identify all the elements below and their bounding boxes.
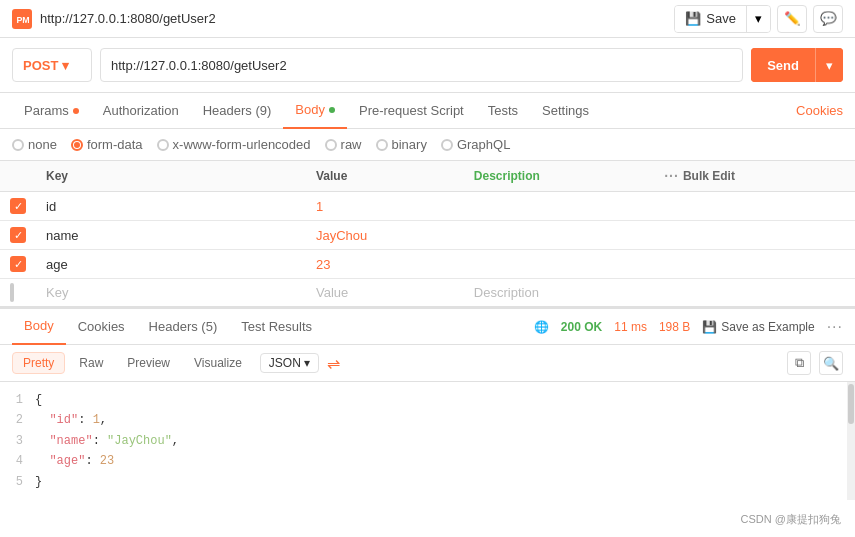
wrap-icon[interactable]: ⇌	[327, 354, 340, 373]
comment-icon-button[interactable]: 💬	[813, 5, 843, 33]
table-row-empty: Key Value Description	[0, 279, 855, 307]
save-button-group[interactable]: 💾 Save ▾	[674, 5, 771, 33]
body-type-graphql[interactable]: GraphQL	[441, 137, 510, 152]
tab-tests[interactable]: Tests	[476, 93, 530, 129]
radio-none[interactable]	[12, 139, 24, 151]
json-format-selector[interactable]: JSON ▾	[260, 353, 319, 373]
resp-tab-testresults[interactable]: Test Results	[229, 309, 324, 345]
bulk-edit-btn[interactable]: ··· Bulk Edit	[664, 168, 845, 184]
code-line-1: 1 {	[0, 390, 855, 410]
title-bar-left: PM http://127.0.0.1:8080/getUser2	[12, 9, 216, 29]
radio-graphql[interactable]	[441, 139, 453, 151]
save-dropdown[interactable]: ▾	[746, 6, 770, 32]
body-dot	[329, 107, 335, 113]
key-id[interactable]: id	[36, 192, 306, 221]
response-code-area: 1 { 2 "id": 1, 3 "name": "JayChou", 4 "a…	[0, 382, 855, 500]
body-type-raw[interactable]: raw	[325, 137, 362, 152]
send-button[interactable]: Send	[751, 48, 815, 82]
send-button-group[interactable]: Send ▾	[751, 48, 843, 82]
desc-id[interactable]	[464, 192, 654, 221]
value-age[interactable]: 23	[306, 250, 464, 279]
response-status-row: 🌐 200 OK 11 ms 198 B 💾 Save as Example ·…	[534, 318, 843, 336]
value-name[interactable]: JayChou	[306, 221, 464, 250]
code-line-3: 3 "name": "JayChou",	[0, 431, 855, 451]
fmt-tab-visualize[interactable]: Visualize	[184, 353, 252, 373]
status-code: 200 OK	[561, 320, 602, 334]
desc-name[interactable]	[464, 221, 654, 250]
tab-headers-label: Headers (9)	[203, 103, 272, 118]
save-label: Save	[706, 11, 736, 26]
fmt-tab-raw[interactable]: Raw	[69, 353, 113, 373]
col-value: Value	[306, 161, 464, 192]
svg-text:PM: PM	[16, 15, 29, 25]
bulk-dots-icon: ···	[664, 168, 679, 184]
value-placeholder[interactable]: Value	[306, 279, 464, 307]
checkbox-id[interactable]: ✓	[10, 198, 26, 214]
method-selector[interactable]: POST ▾	[12, 48, 92, 82]
cookies-link[interactable]: Cookies	[796, 103, 843, 118]
body-type-binary[interactable]: binary	[376, 137, 427, 152]
key-name[interactable]: name	[36, 221, 306, 250]
send-dropdown[interactable]: ▾	[815, 48, 843, 82]
checkbox-empty	[10, 283, 14, 302]
save-icon-small: 💾	[702, 320, 717, 334]
code-line-2: 2 "id": 1,	[0, 410, 855, 430]
method-chevron: ▾	[62, 58, 69, 73]
tab-params[interactable]: Params	[12, 93, 91, 129]
radio-urlencoded[interactable]	[157, 139, 169, 151]
vertical-scrollbar[interactable]	[847, 382, 855, 500]
desc-placeholder[interactable]: Description	[464, 279, 654, 307]
search-icon-button[interactable]: 🔍	[819, 351, 843, 375]
tab-prerequest-label: Pre-request Script	[359, 103, 464, 118]
tab-tests-label: Tests	[488, 103, 518, 118]
key-placeholder[interactable]: Key	[36, 279, 306, 307]
checkbox-age[interactable]: ✓	[10, 256, 26, 272]
code-line-5: 5 }	[0, 472, 855, 492]
save-example-btn[interactable]: 💾 Save as Example	[702, 320, 814, 334]
params-dot	[73, 108, 79, 114]
table-row: ✓ age 23	[0, 250, 855, 279]
fmt-tab-preview[interactable]: Preview	[117, 353, 180, 373]
scrollbar-thumb[interactable]	[848, 384, 854, 424]
resp-tab-cookies[interactable]: Cookies	[66, 309, 137, 345]
copy-icon-button[interactable]: ⧉	[787, 351, 811, 375]
right-action-icons: ⧉ 🔍	[787, 351, 843, 375]
method-label: POST	[23, 58, 58, 73]
radio-binary[interactable]	[376, 139, 388, 151]
desc-age[interactable]	[464, 250, 654, 279]
tab-params-label: Params	[24, 103, 69, 118]
value-id[interactable]: 1	[306, 192, 464, 221]
body-type-none[interactable]: none	[12, 137, 57, 152]
response-tabs: Body Cookies Headers (5) Test Results	[12, 309, 324, 345]
save-button[interactable]: 💾 Save	[675, 6, 746, 32]
col-checkbox	[0, 161, 36, 192]
url-input[interactable]	[100, 48, 743, 82]
response-section: Body Cookies Headers (5) Test Results 🌐 …	[0, 307, 855, 500]
tab-authorization[interactable]: Authorization	[91, 93, 191, 129]
code-line-4: 4 "age": 23	[0, 451, 855, 471]
radio-formdata[interactable]	[71, 139, 83, 151]
col-key: Key	[36, 161, 306, 192]
window-url: http://127.0.0.1:8080/getUser2	[40, 11, 216, 26]
tab-headers[interactable]: Headers (9)	[191, 93, 284, 129]
response-size: 198 B	[659, 320, 690, 334]
save-icon: 💾	[685, 11, 701, 26]
resp-tab-body[interactable]: Body	[12, 309, 66, 345]
more-options-icon[interactable]: ···	[827, 318, 843, 336]
tab-body[interactable]: Body	[283, 93, 347, 129]
postman-icon: PM	[12, 9, 32, 29]
radio-raw[interactable]	[325, 139, 337, 151]
body-type-urlencoded[interactable]: x-www-form-urlencoded	[157, 137, 311, 152]
json-chevron-icon: ▾	[304, 356, 310, 370]
table-row: ✓ id 1	[0, 192, 855, 221]
body-type-formdata[interactable]: form-data	[71, 137, 143, 152]
tab-prerequest[interactable]: Pre-request Script	[347, 93, 476, 129]
format-tabs-row: Pretty Raw Preview Visualize JSON ▾ ⇌ ⧉ …	[0, 345, 855, 382]
checkbox-name[interactable]: ✓	[10, 227, 26, 243]
tab-authorization-label: Authorization	[103, 103, 179, 118]
key-age[interactable]: age	[36, 250, 306, 279]
fmt-tab-pretty[interactable]: Pretty	[12, 352, 65, 374]
tab-settings[interactable]: Settings	[530, 93, 601, 129]
edit-icon-button[interactable]: ✏️	[777, 5, 807, 33]
resp-tab-headers[interactable]: Headers (5)	[137, 309, 230, 345]
